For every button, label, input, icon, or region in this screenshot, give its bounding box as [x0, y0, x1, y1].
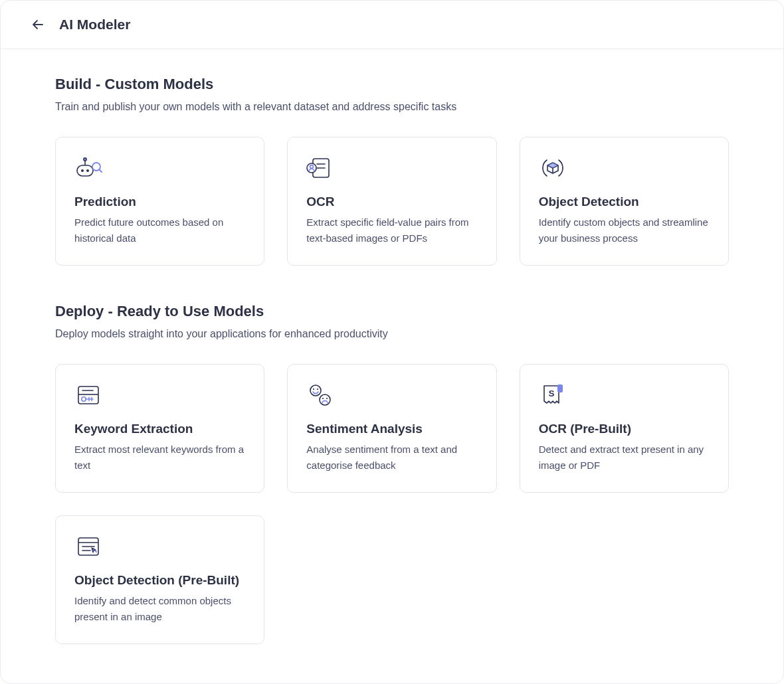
- page-container: AI Modeler Build - Custom Models Train a…: [0, 0, 784, 684]
- svg-point-19: [310, 385, 321, 396]
- card-object-detection-title: Object Detection: [539, 195, 710, 209]
- section-deploy-title: Deploy - Ready to Use Models: [55, 303, 729, 320]
- keyword-extraction-icon: [74, 382, 104, 411]
- card-keyword-extraction-desc: Extract most relevant keywords from a te…: [74, 442, 245, 473]
- svg-point-23: [322, 398, 324, 399]
- card-object-detection-prebuilt-title: Object Detection (Pre-Built): [74, 573, 245, 588]
- content: Build - Custom Models Train and publish …: [1, 49, 783, 684]
- object-detection-icon: [539, 155, 568, 184]
- card-prediction[interactable]: Prediction Predict future outcomes based…: [55, 137, 264, 266]
- card-sentiment-analysis[interactable]: Sentiment Analysis Analyse sentiment fro…: [287, 364, 496, 493]
- ocr-prebuilt-icon: S: [539, 382, 568, 411]
- svg-point-20: [313, 388, 314, 390]
- build-cards-grid: Prediction Predict future outcomes based…: [55, 137, 729, 266]
- card-ocr-prebuilt-desc: Detect and extract text present in any i…: [539, 442, 710, 473]
- svg-point-2: [86, 169, 89, 172]
- page-title: AI Modeler: [59, 17, 130, 33]
- card-prediction-desc: Predict future outcomes based on histori…: [74, 214, 245, 246]
- card-ocr-prebuilt[interactable]: S OCR (Pre-Built) Detect and extract tex…: [520, 364, 729, 493]
- svg-rect-25: [557, 385, 563, 392]
- card-ocr-desc: Extract specific field-value pairs from …: [306, 214, 477, 246]
- svg-text:S: S: [548, 388, 554, 398]
- card-object-detection-desc: Identify custom objects and streamline y…: [539, 214, 710, 246]
- section-build: Build - Custom Models Train and publish …: [55, 76, 729, 266]
- svg-rect-0: [77, 165, 93, 176]
- section-build-title: Build - Custom Models: [55, 76, 729, 93]
- card-object-detection[interactable]: Object Detection Identify custom objects…: [520, 137, 729, 266]
- header: AI Modeler: [1, 1, 783, 49]
- card-object-detection-prebuilt-desc: Identify and detect common objects prese…: [74, 593, 245, 625]
- svg-line-6: [100, 170, 102, 173]
- card-sentiment-analysis-title: Sentiment Analysis: [306, 422, 477, 436]
- svg-point-22: [320, 394, 330, 405]
- back-button[interactable]: [30, 17, 46, 33]
- arrow-left-icon: [30, 17, 46, 33]
- object-detection-prebuilt-icon: [74, 533, 104, 562]
- card-keyword-extraction[interactable]: Keyword Extraction Extract most relevant…: [55, 364, 264, 493]
- prediction-icon: [74, 155, 104, 184]
- section-deploy: Deploy - Ready to Use Models Deploy mode…: [55, 303, 729, 644]
- card-object-detection-prebuilt[interactable]: Object Detection (Pre-Built) Identify an…: [55, 515, 264, 644]
- svg-rect-12: [78, 386, 98, 404]
- card-ocr[interactable]: OCR Extract specific field-value pairs f…: [287, 137, 496, 266]
- sentiment-icon: [306, 382, 336, 411]
- card-prediction-title: Prediction: [74, 195, 245, 209]
- card-keyword-extraction-title: Keyword Extraction: [74, 422, 245, 436]
- svg-point-21: [317, 388, 318, 390]
- deploy-cards-grid: Keyword Extraction Extract most relevant…: [55, 364, 729, 644]
- card-ocr-prebuilt-title: OCR (Pre-Built): [539, 422, 710, 436]
- section-build-subtitle: Train and publish your own models with a…: [55, 101, 729, 113]
- svg-point-4: [84, 158, 86, 161]
- section-deploy-subtitle: Deploy models straight into your applica…: [55, 328, 729, 340]
- card-sentiment-analysis-desc: Analyse sentiment from a text and catego…: [306, 442, 477, 473]
- ocr-icon: [306, 155, 336, 184]
- card-ocr-title: OCR: [306, 195, 477, 209]
- svg-point-24: [326, 398, 328, 399]
- svg-point-1: [81, 169, 84, 172]
